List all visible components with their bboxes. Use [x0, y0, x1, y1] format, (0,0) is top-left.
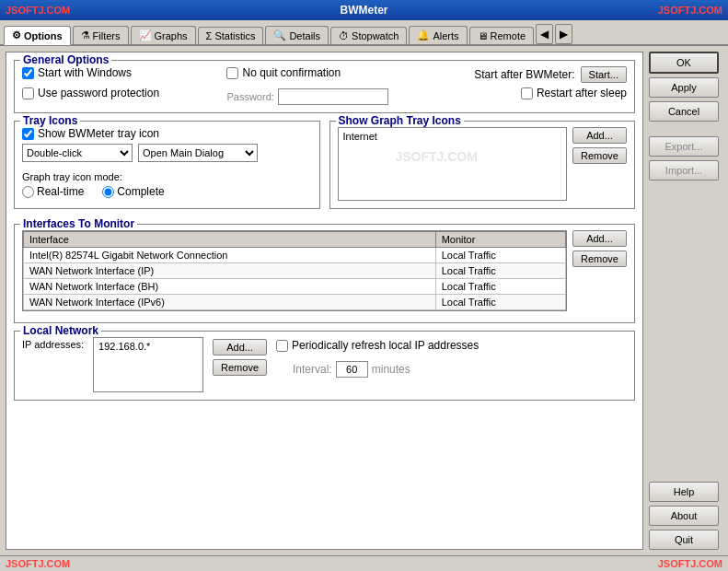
password-input[interactable]: [278, 88, 388, 105]
interfaces-layout: Interface Monitor Intel(R) 82574L Gigabi…: [22, 230, 627, 315]
options-icon: ⚙: [12, 29, 21, 41]
start-with-windows-row: Start with Windows: [22, 66, 159, 79]
help-button[interactable]: Help: [649, 482, 719, 502]
tab-filters[interactable]: ⚗ Filters: [73, 26, 129, 44]
restart-after-sleep-checkbox[interactable]: [521, 87, 533, 99]
restart-after-sleep-row: Restart after sleep: [521, 87, 627, 99]
interface-name-3: WAN Network Interface (BH): [24, 279, 436, 295]
title-bar: JSOFTJ.COM BWMeter JSOFTJ.COM: [0, 0, 728, 20]
radio-row: Real-time Complete: [22, 185, 312, 198]
content-area: General Options Start with Windows Use p…: [0, 46, 728, 555]
tab-stopwatch-label: Stopwatch: [352, 30, 399, 41]
start-after-label: Start after BWMeter:: [474, 68, 574, 81]
interface-monitor-2: Local Traffic: [435, 263, 565, 279]
start-after-row: Start after BWMeter: Start...: [474, 66, 627, 83]
periodically-refresh-checkbox[interactable]: [276, 340, 288, 352]
realtime-label[interactable]: Real-time: [22, 185, 84, 198]
minutes-label: minutes: [372, 363, 410, 376]
apply-button[interactable]: Apply: [649, 77, 719, 98]
tab-graphs[interactable]: 📈 Graphs: [131, 26, 196, 44]
show-graph-row: Internet Add... Remove: [338, 127, 628, 201]
title-brand-right: JSOFTJ.COM: [658, 5, 722, 16]
general-options-title: General Options: [20, 53, 111, 66]
title-text: BWMeter: [70, 4, 657, 17]
interval-input[interactable]: [336, 361, 368, 378]
tab-scroll-right[interactable]: ▶: [555, 24, 572, 44]
complete-label[interactable]: Complete: [102, 185, 164, 198]
realtime-radio[interactable]: [22, 186, 34, 198]
table-row[interactable]: Intel(R) 82574L Gigabit Network Connecti…: [24, 248, 566, 263]
alerts-icon: 🔔: [417, 29, 430, 41]
password-label: Password:: [226, 91, 273, 102]
complete-radio[interactable]: [102, 186, 114, 198]
tab-stopwatch[interactable]: ⏱ Stopwatch: [330, 27, 407, 44]
col-monitor: Monitor: [435, 232, 565, 248]
graph-remove-button[interactable]: Remove: [572, 147, 627, 164]
show-graph-tray-title: Show Graph Tray Icons: [336, 114, 464, 127]
use-password-checkbox[interactable]: [22, 87, 34, 99]
tab-alerts[interactable]: 🔔 Alerts: [409, 26, 467, 44]
tab-options[interactable]: ⚙ Options: [4, 26, 71, 45]
details-icon: 🔍: [273, 29, 286, 41]
show-bwmeter-icon-row: Show BWMeter tray icon: [22, 127, 312, 140]
tab-statistics[interactable]: Σ Statistics: [198, 27, 264, 44]
main-panel: General Options Start with Windows Use p…: [6, 52, 643, 550]
tab-statistics-label: Statistics: [214, 30, 255, 41]
use-password-label: Use password protection: [38, 87, 159, 99]
table-row[interactable]: WAN Network Interface (IPv6) Local Traff…: [24, 295, 566, 310]
tab-remote-label: Remote: [491, 30, 526, 41]
about-button[interactable]: About: [649, 506, 719, 526]
tab-bar: ⚙ Options ⚗ Filters 📈 Graphs Σ Statistic…: [0, 20, 728, 46]
no-quit-label: No quit confirmation: [242, 66, 341, 79]
export-button[interactable]: Export...: [649, 136, 719, 157]
tab-filters-label: Filters: [93, 30, 121, 41]
interface-add-button[interactable]: Add...: [572, 230, 627, 247]
action-select[interactable]: Open Main Dialog Show Statistics Show De…: [138, 144, 258, 162]
show-bwmeter-icon-label: Show BWMeter tray icon: [38, 127, 159, 140]
double-click-select[interactable]: Double-click Single-click Right-click: [22, 144, 133, 162]
table-row[interactable]: WAN Network Interface (BH) Local Traffic: [24, 279, 566, 295]
ip-add-button[interactable]: Add...: [213, 339, 267, 355]
show-bwmeter-icon-checkbox[interactable]: [22, 128, 34, 140]
tab-scroll-left[interactable]: ◀: [536, 24, 553, 44]
interface-remove-button[interactable]: Remove: [572, 251, 627, 267]
stopwatch-icon: ⏱: [339, 30, 349, 41]
tab-graphs-label: Graphs: [155, 30, 188, 41]
local-network-title: Local Network: [20, 324, 101, 337]
interfaces-wrapper: Interface Monitor Intel(R) 82574L Gigabi…: [22, 230, 567, 311]
interface-monitor-1: Local Traffic: [435, 248, 565, 263]
table-row[interactable]: WAN Network Interface (IP) Local Traffic: [24, 263, 566, 279]
graph-add-button[interactable]: Add...: [572, 127, 627, 144]
interface-monitor-4: Local Traffic: [435, 295, 565, 310]
password-row: Password:: [226, 88, 387, 105]
interface-monitor-3: Local Traffic: [435, 279, 565, 295]
interface-name-1: Intel(R) 82574L Gigabit Network Connecti…: [24, 248, 436, 263]
import-button[interactable]: Import...: [649, 160, 719, 181]
tab-options-label: Options: [24, 30, 63, 41]
start-with-windows-label: Start with Windows: [38, 66, 132, 79]
interfaces-table: Interface Monitor Intel(R) 82574L Gigabi…: [23, 231, 566, 310]
interface-buttons: Add... Remove: [572, 230, 627, 315]
start-button[interactable]: Start...: [581, 66, 627, 83]
bottom-bar: JSOFTJ.COM JSOFTJ.COM: [0, 555, 728, 571]
interfaces-section: Interfaces To Monitor Interface Monitor: [14, 224, 635, 323]
divider-1: [649, 125, 722, 133]
tab-remote[interactable]: 🖥 Remote: [469, 27, 535, 44]
ok-button[interactable]: OK: [649, 52, 719, 74]
no-quit-checkbox[interactable]: [226, 67, 238, 79]
no-quit-row: No quit confirmation: [226, 66, 387, 79]
tab-details[interactable]: 🔍 Details: [265, 26, 329, 44]
title-brand-left: JSOFTJ.COM: [6, 5, 70, 16]
interval-label: Interval:: [293, 363, 332, 376]
quit-button[interactable]: Quit: [649, 530, 719, 550]
col-interface: Interface: [24, 232, 436, 248]
restart-after-sleep-label: Restart after sleep: [537, 87, 627, 99]
bottom-watermark-right: JSOFTJ.COM: [658, 558, 722, 569]
ip-remove-button[interactable]: Remove: [213, 359, 267, 376]
remote-icon: 🖥: [478, 30, 488, 41]
graph-mode-label: Graph tray icon mode:: [22, 171, 312, 182]
tray-icons-title: Tray Icons: [20, 114, 80, 127]
main-container: ⚙ Options ⚗ Filters 📈 Graphs Σ Statistic…: [0, 20, 728, 571]
start-with-windows-checkbox[interactable]: [22, 67, 34, 79]
cancel-button[interactable]: Cancel: [649, 101, 719, 122]
